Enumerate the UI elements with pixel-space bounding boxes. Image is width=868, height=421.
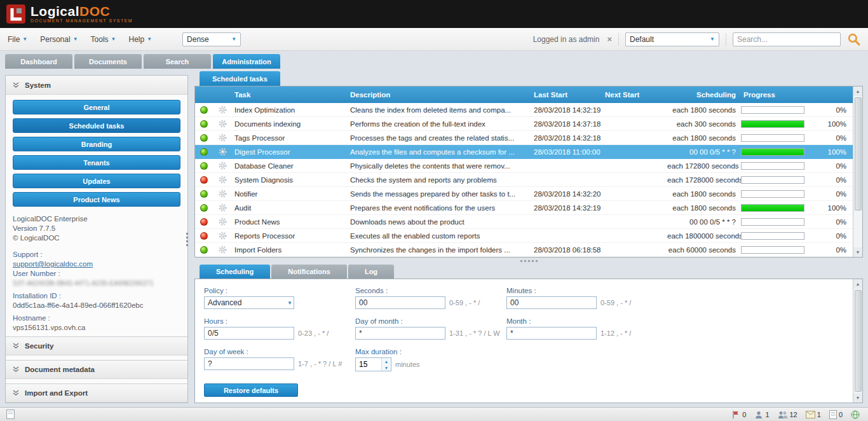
task-description: Checks the system and reports any proble… bbox=[348, 176, 534, 184]
progress-bar-fill bbox=[742, 121, 804, 127]
gear-icon bbox=[219, 148, 227, 156]
minutes-input[interactable] bbox=[506, 296, 597, 309]
task-description: Physically deletes the contents that wer… bbox=[348, 162, 534, 170]
seconds-input[interactable] bbox=[355, 296, 445, 309]
logout-close-icon[interactable]: × bbox=[607, 34, 612, 44]
table-row[interactable]: Index Optimization Cleans the index from… bbox=[195, 103, 853, 117]
sidebar-button[interactable]: Branding bbox=[13, 137, 180, 151]
day-of-week-input[interactable] bbox=[204, 357, 294, 370]
horizontal-splitter[interactable] bbox=[194, 258, 863, 265]
field-month: Month : 1-12 , - * / bbox=[506, 317, 658, 340]
hours-input[interactable] bbox=[204, 327, 294, 340]
task-progress-percent: 0% bbox=[816, 134, 853, 142]
table-row[interactable]: Tags Processor Processes the tags and cr… bbox=[195, 131, 853, 145]
sidebar-section-label: Import and Export bbox=[25, 389, 88, 397]
menu-item-label: Tools bbox=[91, 35, 109, 44]
table-row[interactable]: Product News Downloads news about the pr… bbox=[195, 215, 853, 229]
progress-bar bbox=[741, 162, 804, 170]
detail-tab[interactable]: Notifications bbox=[271, 265, 347, 279]
detail-tab[interactable]: Scheduling bbox=[200, 265, 270, 279]
table-row[interactable]: Import Folders Synchronizes the changes … bbox=[195, 243, 853, 257]
status-icon bbox=[200, 134, 208, 142]
scheduling-form: Policy : Advanced ▼ Seconds : 0-59 , - *… bbox=[194, 279, 863, 403]
table-row[interactable]: Digest Processor Analyzes the files and … bbox=[195, 145, 853, 159]
main-tab[interactable]: Dashboard bbox=[5, 54, 72, 69]
task-scheduling: 00 00 0/5 * * ? bbox=[667, 148, 741, 156]
month-input[interactable] bbox=[506, 327, 597, 340]
scrollbar-thumb[interactable] bbox=[855, 290, 862, 392]
status-session-indicator[interactable] bbox=[851, 410, 862, 419]
day-of-month-label: Day of month : bbox=[355, 317, 506, 325]
main-tab[interactable]: Documents bbox=[74, 54, 142, 69]
scroll-down-arrow[interactable]: ▼ bbox=[853, 393, 862, 403]
main-tab-label: Dashboard bbox=[20, 58, 57, 66]
sidebar-button[interactable]: Updates bbox=[13, 174, 180, 188]
support-email-link[interactable]: support@logicaldoc.com bbox=[13, 260, 93, 268]
table-scrollbar: ▲ ▼ bbox=[853, 86, 862, 257]
task-scheduling: 00 00 0/5 * * ? bbox=[667, 218, 741, 226]
gear-icon bbox=[219, 134, 227, 142]
main-tab[interactable]: Administration bbox=[213, 54, 280, 69]
policy-select[interactable]: Advanced ▼ bbox=[204, 296, 294, 309]
task-description: Sends the messages prepared by other tas… bbox=[348, 190, 534, 198]
task-description: Executes all the enabled custom reports bbox=[348, 232, 534, 240]
progress-bar bbox=[741, 204, 804, 212]
search-icon[interactable] bbox=[847, 32, 860, 46]
sidebar-section-document-metadata[interactable]: Document metadata bbox=[6, 360, 187, 379]
detail-tab[interactable]: Log bbox=[348, 265, 394, 279]
search-input[interactable] bbox=[737, 35, 836, 44]
brand-tagline: DOCUMENT MANAGEMENT SYSTEM bbox=[31, 18, 133, 23]
col-next-start: Next Start bbox=[605, 91, 667, 99]
day-of-month-input[interactable] bbox=[355, 327, 445, 340]
workspace-select[interactable]: Default ▼ bbox=[625, 32, 719, 46]
progress-bar-fill bbox=[742, 149, 804, 155]
scrollbar-thumb[interactable] bbox=[855, 97, 862, 210]
sidebar-section-import-export[interactable]: Import and Export bbox=[6, 383, 187, 403]
restore-defaults-button[interactable]: Restore defaults bbox=[204, 383, 298, 397]
status-mail-indicator[interactable]: 1 bbox=[806, 411, 821, 418]
max-duration-input[interactable] bbox=[356, 358, 381, 371]
minutes-label: Minutes : bbox=[506, 287, 658, 294]
month-hint: 1-12 , - * / bbox=[600, 329, 631, 337]
menu-item[interactable]: Help ▼ bbox=[129, 35, 153, 44]
menu-item[interactable]: Personal ▼ bbox=[40, 35, 78, 44]
table-row[interactable]: Database Cleaner Physically deletes the … bbox=[195, 159, 853, 173]
table-row[interactable]: Notifier Sends the messages prepared by … bbox=[195, 187, 853, 201]
logo-text: LogicalDOC DOCUMENT MANAGEMENT SYSTEM bbox=[31, 5, 133, 23]
scroll-up-arrow[interactable]: ▲ bbox=[853, 279, 862, 289]
table-row[interactable]: Audit Prepares the event notifications f… bbox=[195, 201, 853, 215]
table-row[interactable]: System Diagnosis Checks the system and r… bbox=[195, 173, 853, 187]
sidebar-button[interactable]: Scheduled tasks bbox=[13, 118, 180, 133]
user-number-label: User Number : bbox=[13, 269, 180, 279]
density-select[interactable]: Dense ▼ bbox=[182, 32, 241, 46]
brand-primary: Logical bbox=[31, 4, 79, 18]
menu-item[interactable]: File ▼ bbox=[8, 35, 27, 44]
col-last-start: Last Start bbox=[534, 91, 605, 99]
table-row[interactable]: Documents indexing Performs the creation… bbox=[195, 117, 853, 131]
progress-bar bbox=[741, 190, 804, 198]
stepper-down-icon[interactable]: ▼ bbox=[382, 364, 391, 371]
status-user-indicator[interactable]: 1 bbox=[754, 410, 769, 419]
task-name: System Diagnosis bbox=[232, 176, 348, 184]
status-flag-indicator[interactable]: 0 bbox=[731, 410, 746, 419]
main-tab-label: Administration bbox=[222, 58, 271, 66]
sidebar-resize-handle[interactable] bbox=[186, 233, 188, 246]
table-row[interactable]: Reports Processor Executes all the enabl… bbox=[195, 229, 853, 243]
scroll-down-arrow[interactable]: ▼ bbox=[853, 247, 862, 257]
sidebar-button[interactable]: Product News bbox=[13, 192, 180, 207]
main-tab[interactable]: Search bbox=[144, 54, 211, 69]
scroll-up-arrow[interactable]: ▲ bbox=[853, 86, 862, 96]
tab-scheduled-tasks[interactable]: Scheduled tasks bbox=[200, 71, 280, 86]
sidebar-button[interactable]: General bbox=[13, 100, 180, 114]
status-document-indicator[interactable]: 0 bbox=[829, 410, 843, 419]
form-scrollbar: ▲ ▼ bbox=[853, 279, 862, 403]
sidebar-button[interactable]: Tenants bbox=[13, 155, 180, 170]
chevron-down-icon: ▼ bbox=[111, 36, 116, 42]
stepper-up-icon[interactable]: ▲ bbox=[382, 358, 391, 364]
menu-item[interactable]: Tools ▼ bbox=[91, 35, 116, 44]
task-last-start: 28/03/2018 14:32:18 bbox=[534, 134, 605, 142]
sidebar-section-system[interactable]: System bbox=[6, 76, 187, 95]
task-scheduling: each 1800000 seconds bbox=[667, 232, 741, 240]
status-users-indicator[interactable]: 12 bbox=[778, 410, 797, 419]
sidebar-section-security[interactable]: Security bbox=[6, 336, 187, 355]
